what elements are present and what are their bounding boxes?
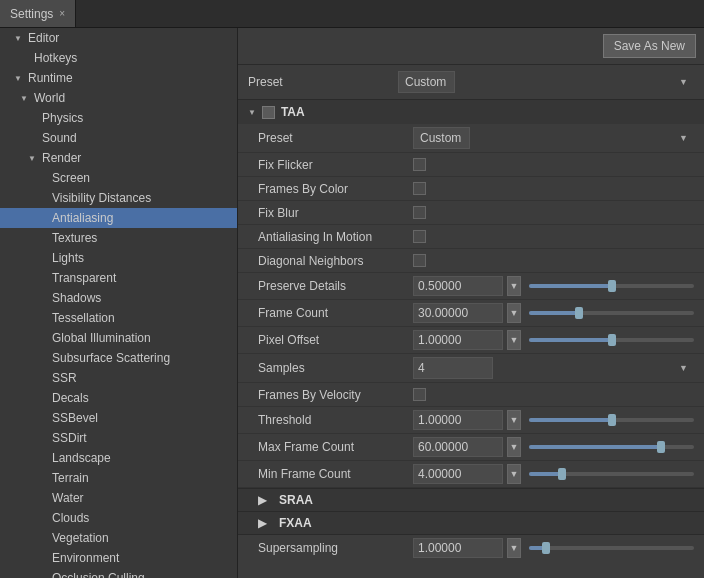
sidebar-item-physics[interactable]: Physics (0, 108, 237, 128)
preserve-details-spin[interactable]: ▼ (507, 276, 521, 296)
pixel-offset-slider[interactable] (529, 338, 694, 342)
top-preset-row: Preset Custom Low Medium High Ultra (238, 65, 704, 100)
fix-flicker-label: Fix Flicker (258, 158, 413, 172)
sidebar-item-runtime[interactable]: ▼Runtime (0, 68, 237, 88)
frames-by-color-row: Frames By Color (238, 177, 704, 201)
supersampling-slider[interactable] (529, 546, 694, 550)
sidebar-arrow-icon-world: ▼ (20, 94, 30, 103)
pixel-offset-spin[interactable]: ▼ (507, 330, 521, 350)
threshold-input[interactable] (413, 410, 503, 430)
threshold-label: Threshold (258, 413, 413, 427)
taa-title: TAA (281, 105, 305, 119)
antialiasing-in-motion-checkbox[interactable] (413, 230, 426, 243)
sidebar-item-occlusion-culling[interactable]: Occlusion Culling (0, 568, 237, 578)
sidebar-item-transparent[interactable]: Transparent (0, 268, 237, 288)
frame-count-input[interactable] (413, 303, 503, 323)
preserve-details-slider[interactable] (529, 284, 694, 288)
sidebar-label-render: Render (42, 151, 81, 165)
sidebar-arrow-icon-editor: ▼ (14, 34, 24, 43)
sidebar-label-ssr: SSR (52, 371, 77, 385)
max-frame-count-value: ▼ (413, 437, 694, 457)
sidebar-item-water[interactable]: Water (0, 488, 237, 508)
frames-by-color-value (413, 182, 694, 195)
max-frame-count-spin[interactable]: ▼ (507, 437, 521, 457)
sidebar-label-antialiasing: Antialiasing (52, 211, 113, 225)
frames-by-velocity-label: Frames By Velocity (258, 388, 413, 402)
pixel-offset-input[interactable] (413, 330, 503, 350)
diagonal-neighbors-checkbox[interactable] (413, 254, 426, 267)
sidebar-arrow-icon-runtime: ▼ (14, 74, 24, 83)
min-frame-count-label: Min Frame Count (258, 467, 413, 481)
samples-row: Samples 1 2 4 8 16 (238, 354, 704, 383)
fix-flicker-value (413, 158, 694, 171)
sidebar-item-lights[interactable]: Lights (0, 248, 237, 268)
frames-by-color-label: Frames By Color (258, 182, 413, 196)
sidebar-item-visibility-distances[interactable]: Visibility Distances (0, 188, 237, 208)
fix-flicker-checkbox[interactable] (413, 158, 426, 171)
min-frame-count-spin[interactable]: ▼ (507, 464, 521, 484)
sidebar-item-shadows[interactable]: Shadows (0, 288, 237, 308)
settings-tab[interactable]: Settings × (0, 0, 76, 27)
sraa-arrow-icon: ▶ (258, 493, 267, 507)
preserve-details-input[interactable] (413, 276, 503, 296)
threshold-spin[interactable]: ▼ (507, 410, 521, 430)
sidebar-item-textures[interactable]: Textures (0, 228, 237, 248)
samples-value: 1 2 4 8 16 (413, 357, 694, 379)
sidebar: ▼EditorHotkeys▼Runtime▼WorldPhysicsSound… (0, 28, 238, 578)
taa-checkbox[interactable] (262, 106, 275, 119)
supersampling-value: ▼ (413, 538, 694, 558)
max-frame-count-input[interactable] (413, 437, 503, 457)
samples-select[interactable]: 1 2 4 8 16 (413, 357, 493, 379)
sidebar-item-global-illumination[interactable]: Global Illumination (0, 328, 237, 348)
sidebar-item-hotkeys[interactable]: Hotkeys (0, 48, 237, 68)
frames-by-color-checkbox[interactable] (413, 182, 426, 195)
sidebar-item-terrain[interactable]: Terrain (0, 468, 237, 488)
sidebar-item-editor[interactable]: ▼Editor (0, 28, 237, 48)
sidebar-item-decals[interactable]: Decals (0, 388, 237, 408)
tab-bar: Settings × (0, 0, 704, 28)
min-frame-count-value: ▼ (413, 464, 694, 484)
supersampling-spin[interactable]: ▼ (507, 538, 521, 558)
min-frame-count-slider[interactable] (529, 472, 694, 476)
taa-preset-select[interactable]: Custom Low Medium High (413, 127, 470, 149)
sidebar-item-screen[interactable]: Screen (0, 168, 237, 188)
preserve-details-value: ▼ (413, 276, 694, 296)
sidebar-item-ssr[interactable]: SSR (0, 368, 237, 388)
tab-close-icon[interactable]: × (59, 8, 65, 19)
min-frame-count-input[interactable] (413, 464, 503, 484)
sidebar-label-visibility-distances: Visibility Distances (52, 191, 151, 205)
max-frame-count-row: Max Frame Count ▼ (238, 434, 704, 461)
sidebar-item-subsurface-scattering[interactable]: Subsurface Scattering (0, 348, 237, 368)
preserve-details-row: Preserve Details ▼ (238, 273, 704, 300)
sidebar-item-environment[interactable]: Environment (0, 548, 237, 568)
max-frame-count-label: Max Frame Count (258, 440, 413, 454)
sraa-header[interactable]: ▶ SRAA (238, 489, 704, 512)
sidebar-item-clouds[interactable]: Clouds (0, 508, 237, 528)
sidebar-item-vegetation[interactable]: Vegetation (0, 528, 237, 548)
fix-blur-checkbox[interactable] (413, 206, 426, 219)
taa-arrow-icon: ▼ (248, 108, 256, 117)
fxaa-header[interactable]: ▶ FXAA (238, 512, 704, 535)
frame-count-spin[interactable]: ▼ (507, 303, 521, 323)
sidebar-item-tessellation[interactable]: Tessellation (0, 308, 237, 328)
sidebar-item-antialiasing[interactable]: Antialiasing (0, 208, 237, 228)
sidebar-label-screen: Screen (52, 171, 90, 185)
taa-section-header[interactable]: ▼ TAA (238, 100, 704, 124)
threshold-slider[interactable] (529, 418, 694, 422)
taa-section: ▼ TAA Preset Custom Low Medium High (238, 100, 704, 489)
frames-by-velocity-checkbox[interactable] (413, 388, 426, 401)
frame-count-label: Frame Count (258, 306, 413, 320)
sidebar-item-sound[interactable]: Sound (0, 128, 237, 148)
sidebar-item-world[interactable]: ▼World (0, 88, 237, 108)
top-preset-select[interactable]: Custom Low Medium High Ultra (398, 71, 455, 93)
sidebar-item-ssdirt[interactable]: SSDirt (0, 428, 237, 448)
supersampling-input[interactable] (413, 538, 503, 558)
save-as-new-button[interactable]: Save As New (603, 34, 696, 58)
sidebar-item-render[interactable]: ▼Render (0, 148, 237, 168)
main-container: ▼EditorHotkeys▼Runtime▼WorldPhysicsSound… (0, 28, 704, 578)
sidebar-label-ssdirt: SSDirt (52, 431, 87, 445)
max-frame-count-slider[interactable] (529, 445, 694, 449)
sidebar-item-landscape[interactable]: Landscape (0, 448, 237, 468)
sidebar-item-ssbevel[interactable]: SSBevel (0, 408, 237, 428)
frame-count-slider[interactable] (529, 311, 694, 315)
